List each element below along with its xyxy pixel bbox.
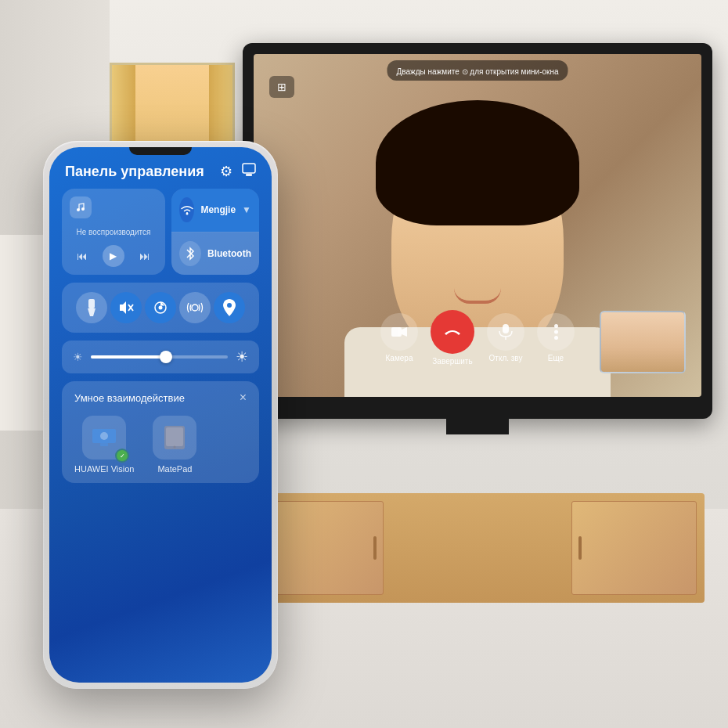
brightness-track[interactable] (91, 355, 228, 359)
tv-more-label: Еще (548, 354, 564, 362)
svg-rect-2 (503, 324, 509, 333)
tv-call-controls: Камера Завершить (380, 310, 575, 366)
svg-rect-0 (391, 327, 402, 337)
brightness-min-icon: ☀ (73, 351, 83, 363)
tv-mute-btn[interactable]: Откл. зву (487, 313, 524, 362)
smart-title: Умное взаимодействие (74, 392, 185, 404)
matepad-label: MatePad (157, 464, 192, 474)
smart-device-matepad[interactable]: MatePad (153, 416, 196, 474)
sideboard (250, 493, 705, 603)
location-toggle[interactable] (214, 292, 245, 323)
tv-person-smile (454, 288, 501, 304)
tv-screen-content: Дважды нажмите ⊙ для открытия мини-окна … (254, 54, 701, 397)
tv-screen: Дважды нажмите ⊙ для открытия мини-окна … (254, 54, 701, 397)
svg-point-25 (174, 446, 176, 449)
tv-endcall-icon[interactable] (431, 310, 474, 354)
tv-more-icon[interactable] (537, 313, 575, 351)
wifi-arrow[interactable]: ▼ (242, 204, 251, 215)
svg-point-19 (227, 303, 232, 308)
svg-point-11 (186, 213, 188, 215)
svg-rect-12 (88, 299, 95, 308)
tv-self-thumbnail (600, 311, 686, 373)
wifi-icon (179, 197, 194, 222)
brightness-control[interactable]: ☀ ☀ (62, 341, 259, 373)
smart-header: Умное взаимодействие × (74, 391, 247, 405)
cast-icon[interactable] (242, 163, 256, 181)
phone-body: Панель управления ⚙ (43, 141, 278, 689)
brightness-max-icon: ☀ (236, 348, 248, 366)
tv-mute-label: Откл. зву (489, 354, 523, 362)
svg-rect-24 (166, 427, 183, 446)
nfc-toggle[interactable] (179, 292, 211, 323)
svg-point-22 (100, 432, 108, 440)
music-prev-btn[interactable]: ⏮ (77, 250, 88, 262)
music-card[interactable]: Не воспроизводится ⏮ ▶ ⏭ (62, 189, 165, 275)
svg-point-17 (159, 306, 163, 310)
svg-point-9 (77, 208, 80, 211)
music-next-btn[interactable]: ⏭ (139, 250, 150, 262)
bluetooth-icon (179, 241, 201, 266)
cc-top-row: Не воспроизводится ⏮ ▶ ⏭ (62, 189, 259, 275)
phone-screen: Панель управления ⚙ (49, 147, 272, 683)
svg-rect-8 (246, 174, 252, 176)
svg-rect-7 (243, 164, 255, 173)
brightness-fill (91, 355, 166, 359)
sideboard-door-right (571, 501, 697, 595)
tv-thumb-person (601, 312, 684, 372)
smart-device-vision[interactable]: ✓ HUAWEI Vision (74, 416, 134, 474)
settings-icon[interactable]: ⚙ (220, 163, 232, 181)
music-note-icon (70, 196, 92, 218)
wifi-name: Mengjie (200, 204, 236, 215)
brightness-thumb[interactable] (160, 351, 172, 363)
tv-stand-leg (446, 419, 509, 434)
control-center: Панель управления ⚙ (49, 147, 272, 683)
bluetooth-row[interactable]: Bluetooth (171, 232, 259, 276)
wifi-text: Mengjie (200, 204, 236, 215)
tv-camera-icon[interactable] (380, 313, 418, 351)
tv-person-hair (376, 100, 579, 225)
music-play-btn[interactable]: ▶ (103, 245, 124, 267)
vision-icon: ✓ (82, 416, 126, 460)
quick-toggles (62, 283, 259, 333)
vision-label: HUAWEI Vision (74, 464, 134, 474)
svg-rect-21 (100, 443, 108, 446)
music-controls: ⏮ ▶ ⏭ (70, 245, 157, 267)
tv: Дважды нажмите ⊙ для открытия мини-окна … (243, 43, 712, 419)
svg-marker-13 (88, 308, 96, 316)
svg-point-4 (554, 324, 558, 328)
tv-more-btn[interactable]: Еще (537, 313, 575, 362)
smart-interaction-panel: Умное взаимодействие × ✓ (62, 381, 259, 483)
flashlight-toggle[interactable] (76, 292, 107, 323)
wifi-bt-card: Mengjie ▼ Bluetooth (171, 189, 259, 275)
tv-camera-label: Камера (386, 354, 413, 362)
svg-point-6 (554, 336, 558, 340)
vision-badge: ✓ (115, 449, 129, 463)
rotation-toggle[interactable] (145, 292, 176, 323)
cc-header-icons: ⚙ (220, 163, 256, 181)
bluetooth-label: Bluetooth (207, 248, 251, 259)
tv-camera-btn[interactable]: Камера (380, 313, 418, 362)
cc-title: Панель управления (65, 164, 204, 180)
tv-endcall-label: Завершить (432, 357, 472, 366)
svg-marker-1 (402, 327, 407, 337)
sideboard-handle-left (373, 536, 377, 560)
smart-close-btn[interactable]: × (240, 391, 247, 405)
svg-point-5 (554, 330, 558, 334)
cc-header: Панель управления ⚙ (62, 163, 259, 181)
sound-toggle[interactable] (110, 292, 142, 323)
tv-mute-icon[interactable] (487, 313, 524, 351)
tv-endcall-btn[interactable]: Завершить (431, 310, 474, 366)
sideboard-handle-right (578, 536, 582, 560)
smart-devices: ✓ HUAWEI Vision MatePad (74, 416, 247, 474)
wifi-row[interactable]: Mengjie ▼ (171, 189, 259, 232)
svg-point-10 (81, 207, 85, 211)
music-status: Не воспроизводится (70, 228, 157, 236)
svg-point-18 (192, 305, 198, 311)
matepad-icon (153, 416, 196, 460)
